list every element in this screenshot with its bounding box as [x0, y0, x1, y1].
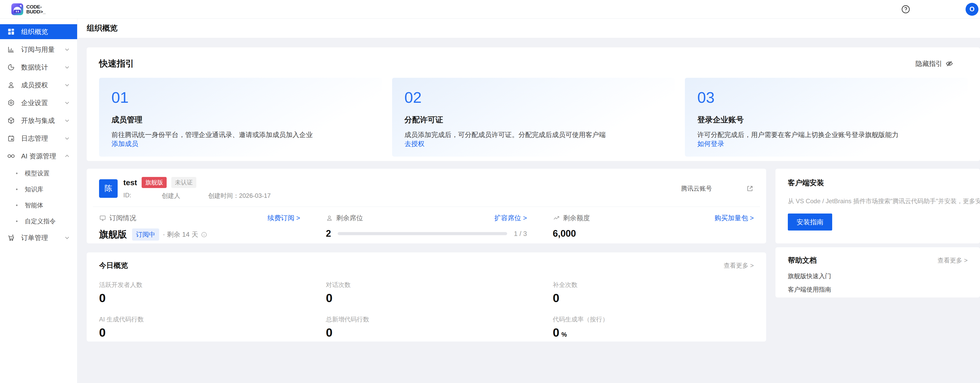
- org-creator-label: 创建人: [162, 192, 180, 200]
- topbar: CODE- BUDD>_ O: [0, 0, 980, 19]
- chevron-up-icon: [64, 153, 70, 160]
- sidebar-item-member-auth[interactable]: 成员授权: [0, 78, 77, 92]
- info-icon[interactable]: [201, 231, 207, 238]
- guide-card-title: 登录企业账号: [697, 115, 955, 125]
- sidebar-item-label: 开放与集成: [21, 116, 55, 125]
- monitor-icon: [99, 215, 106, 222]
- sidebar-subitem-knowledge-base[interactable]: 知识库: [0, 182, 77, 196]
- stat-total-new-lines: 总新增代码行数 0: [326, 315, 527, 339]
- seats-label: 剩余席位: [336, 214, 363, 223]
- quota-column: 剩余额度 购买加量包 > 6,000: [553, 214, 754, 241]
- sidebar-item-subscription-usage[interactable]: 订阅与用量: [0, 42, 77, 57]
- step-number: 02: [404, 89, 662, 106]
- guide-card-desc: 前往腾讯统一身份平台，管理企业通讯录、邀请或添加成员加入企业: [111, 130, 369, 139]
- view-more-link[interactable]: 查看更多 >: [937, 256, 967, 264]
- how-to-login-link[interactable]: 如何登录: [697, 139, 955, 148]
- user-avatar[interactable]: O: [966, 3, 978, 16]
- org-id-label: ID:: [123, 192, 131, 200]
- chevron-down-icon: [64, 82, 70, 89]
- pie-chart-icon: [7, 63, 16, 71]
- sidebar-item-order-management[interactable]: 订单管理: [0, 230, 77, 245]
- subscription-column: 订阅情况 续费订阅 > 旗舰版 订阅中 · 剩余 14 天: [99, 214, 300, 241]
- page-title: 组织概览: [87, 23, 118, 33]
- shell: 组织概览 订阅与用量 数据统计: [0, 19, 980, 383]
- plan-badge: 旗舰版: [142, 177, 167, 188]
- sidebar-item-data-stats[interactable]: 数据统计: [0, 60, 77, 75]
- content: 快速指引 隐藏指引: [77, 38, 980, 383]
- sidebar-item-label: 订单管理: [21, 233, 48, 242]
- expand-seats-link[interactable]: 扩容席位 >: [494, 214, 527, 223]
- gear-icon: [7, 98, 16, 107]
- chevron-down-icon: [64, 100, 70, 106]
- stat-value: 0: [99, 291, 300, 305]
- cart-icon: [7, 233, 16, 242]
- codebuddy-logo-icon: [11, 3, 23, 15]
- help-docs-title: 帮助文档: [788, 255, 817, 265]
- doc-link-quickstart[interactable]: 旗舰版快速入门: [788, 272, 831, 280]
- app: CODE- BUDD>_ O: [0, 0, 980, 383]
- today-overview-title: 今日概览: [99, 261, 128, 271]
- install-guide-button[interactable]: 安装指南: [788, 214, 832, 231]
- stat-label: 总新增代码行数: [326, 315, 527, 323]
- stat-value: 0%: [553, 326, 754, 339]
- sidebar: 组织概览 订阅与用量 数据统计: [0, 19, 77, 383]
- sidebar-item-ai-resources[interactable]: AI 资源管理: [0, 149, 77, 163]
- sidebar-subitem-agents[interactable]: 智能体: [0, 198, 77, 212]
- sidebar-subitem-label: 知识库: [25, 185, 43, 193]
- go-authorize-link[interactable]: 去授权: [404, 139, 662, 148]
- chevron-down-icon: [64, 234, 70, 241]
- stat-label: 补全次数: [553, 281, 754, 289]
- guide-card-login-account: 03 登录企业账号 许可分配完成后，用户需要在客户端上切换企业账号登录旗舰版能力…: [685, 78, 967, 157]
- step-number: 01: [111, 89, 369, 106]
- sidebar-subitem-label: 自定义指令: [25, 217, 56, 225]
- org-info-card: 陈 test 旗舰版 未认证 ID: 创建人: [87, 169, 766, 244]
- today-overview-card: 今日概览 查看更多 > 活跃开发者人数 0 对话次数 0: [87, 252, 766, 342]
- sidebar-item-enterprise-settings[interactable]: 企业设置: [0, 95, 77, 110]
- person-icon: [326, 215, 333, 222]
- cube-icon: [7, 116, 16, 125]
- chevron-down-icon: [64, 46, 70, 53]
- sidebar-item-label: 组织概览: [21, 27, 48, 36]
- org-avatar: 陈: [99, 179, 118, 198]
- sidebar-item-label: 企业设置: [21, 98, 48, 108]
- sidebar-item-org-overview[interactable]: 组织概览: [0, 24, 77, 39]
- renew-subscription-link[interactable]: 续费订阅 >: [267, 214, 300, 223]
- sidebar-item-log-management[interactable]: 日志管理: [0, 131, 77, 146]
- cloud-account-label: 腾讯云账号: [681, 184, 712, 193]
- sidebar-subitem-model-settings[interactable]: 模型设置: [0, 166, 77, 180]
- quick-guide-card: 快速指引 隐藏指引: [87, 47, 980, 161]
- stat-label: 对话次数: [326, 281, 527, 289]
- bullet-dot: [16, 173, 18, 174]
- view-more-link[interactable]: 查看更多 >: [724, 261, 754, 270]
- buy-addon-link[interactable]: 购买加量包 >: [714, 214, 754, 223]
- chevron-down-icon: [64, 117, 70, 124]
- seats-remaining-value: 2: [326, 228, 331, 239]
- guide-card-assign-license: 02 分配许可证 成员添加完成后，可分配成员许可证。分配完成后成员可使用客户端 …: [392, 78, 675, 157]
- stat-value: 0: [326, 326, 527, 339]
- stat-chat-count: 对话次数 0: [326, 281, 527, 305]
- logo-text: CODE- BUDD>_: [26, 5, 46, 14]
- sidebar-item-label: 日志管理: [21, 134, 48, 143]
- step-number: 03: [697, 89, 955, 106]
- verify-status-badge: 未认证: [171, 177, 196, 188]
- bullet-dot: [16, 204, 18, 206]
- sidebar-item-open-integration[interactable]: 开放与集成: [0, 113, 77, 128]
- bullet-dot: [16, 188, 18, 190]
- guide-card-title: 分配许可证: [404, 115, 662, 125]
- sidebar-item-label: 数据统计: [21, 63, 48, 72]
- subscription-label: 订阅情况: [110, 214, 136, 223]
- add-member-link[interactable]: 添加成员: [111, 139, 369, 148]
- hide-guide-button[interactable]: 隐藏指引: [915, 59, 953, 68]
- help-icon[interactable]: [900, 4, 911, 14]
- org-created-label: 创建时间：2026-03-17: [208, 192, 271, 200]
- days-remaining: · 剩余 14 天: [163, 230, 198, 239]
- doc-link-client-guide[interactable]: 客户端使用指南: [788, 285, 831, 294]
- stat-value: 0: [326, 291, 527, 305]
- sidebar-subitem-custom-commands[interactable]: 自定义指令: [0, 214, 77, 228]
- seats-column: 剩余席位 扩容席位 > 2 1 / 3: [326, 214, 527, 241]
- external-link-icon[interactable]: [746, 185, 754, 192]
- stat-value: 0: [99, 326, 300, 339]
- bar-chart-icon: [7, 45, 16, 54]
- stat-code-gen-rate: 代码生成率（按行） 0%: [553, 315, 754, 339]
- codebuddy-logo[interactable]: CODE- BUDD>_: [11, 3, 46, 15]
